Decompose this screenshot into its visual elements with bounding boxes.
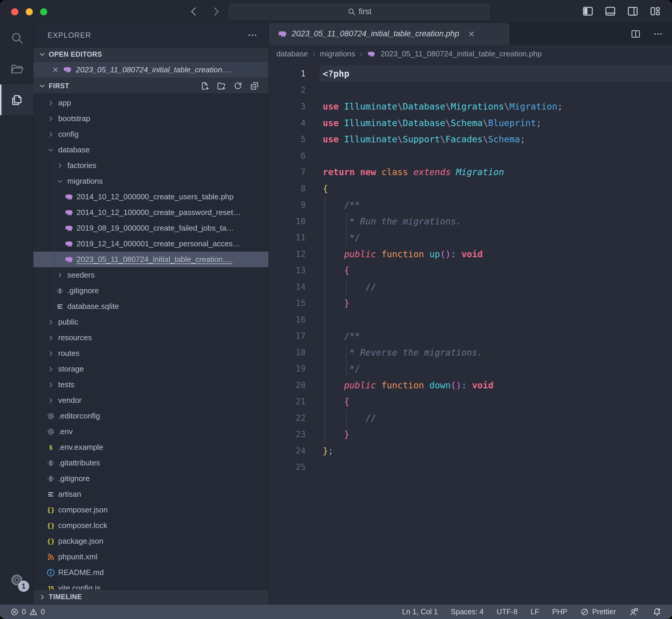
line-number[interactable]: 14 xyxy=(269,279,306,295)
line-number[interactable]: 2 xyxy=(269,82,306,98)
eol-sequence[interactable]: LF xyxy=(531,608,539,616)
activity-folders[interactable] xyxy=(0,54,33,84)
code-line-7[interactable]: return new class extends Migration xyxy=(323,164,563,181)
code-line-15[interactable]: } xyxy=(323,295,563,312)
line-number[interactable]: 11 xyxy=(269,229,306,246)
code-line-10[interactable]: * Run the migrations. xyxy=(323,213,563,230)
line-number[interactable]: 3 xyxy=(269,98,306,115)
tree-file-artisan[interactable]: artisan xyxy=(33,486,269,502)
open-editors-header[interactable]: OPEN EDITORS xyxy=(33,47,269,61)
tree-file-2014-10-12-100000-create-password-reset-[interactable]: 2014_10_12_100000_create_password_reset… xyxy=(33,205,269,220)
tree-file-package.json[interactable]: {}package.json xyxy=(33,533,269,549)
command-center-search[interactable]: first xyxy=(229,4,490,19)
back-arrow-icon[interactable] xyxy=(188,5,200,18)
minimize-window-button[interactable] xyxy=(26,8,33,15)
activity-settings[interactable]: 1 xyxy=(0,565,33,595)
tree-file-.gitignore[interactable]: .gitignore xyxy=(33,283,269,298)
breadcrumb-migrations[interactable]: migrations xyxy=(320,49,355,59)
tree-file-.env.example[interactable]: $.env.example xyxy=(33,439,269,455)
tree-folder-vendor[interactable]: vendor xyxy=(33,393,269,408)
open-editor-item[interactable]: 2023_05_11_080724_initial_table_creation… xyxy=(33,61,269,78)
breadcrumb-file[interactable]: 2023_05_11_080724_initial_table_creation… xyxy=(381,49,542,59)
tree-file-vite.config.js[interactable]: JSvite.config.js xyxy=(33,580,269,590)
tree-folder-migrations[interactable]: migrations xyxy=(33,174,269,189)
tree-file-.gitattributes[interactable]: .gitattributes xyxy=(33,455,269,471)
tree-folder-tests[interactable]: tests xyxy=(33,377,269,393)
code-editor[interactable]: 1234567891011121314151617181920212223242… xyxy=(269,63,672,604)
feedback-icon[interactable] xyxy=(629,607,639,617)
tree-file-.editorconfig[interactable]: .editorconfig xyxy=(33,408,269,424)
line-number[interactable]: 18 xyxy=(269,344,306,361)
problems-warnings[interactable]: 0 xyxy=(29,608,45,616)
tree-file-2019-12-14-000001-create-personal-acces-[interactable]: 2019_12_14_000001_create_personal_acces… xyxy=(33,236,269,252)
zoom-window-button[interactable] xyxy=(40,8,47,15)
code-content[interactable]: <?phpuse Illuminate\Database\Migrations\… xyxy=(323,66,563,476)
tree-folder-routes[interactable]: routes xyxy=(33,346,269,361)
code-line-9[interactable]: /** xyxy=(323,197,563,213)
indentation[interactable]: Spaces: 4 xyxy=(451,608,483,616)
tree-folder-seeders[interactable]: seeders xyxy=(33,267,269,283)
code-line-14[interactable]: // xyxy=(323,279,563,295)
code-line-4[interactable]: use Illuminate\Database\Schema\Blueprint… xyxy=(323,115,563,131)
line-number[interactable]: 10 xyxy=(269,213,306,230)
toggle-secondary-sidebar-icon[interactable] xyxy=(626,5,639,17)
line-number[interactable]: 25 xyxy=(269,459,306,476)
line-number[interactable]: 24 xyxy=(269,443,306,459)
language-mode[interactable]: PHP xyxy=(552,608,567,616)
close-icon[interactable] xyxy=(52,66,59,74)
line-number[interactable]: 13 xyxy=(269,262,306,279)
code-line-24[interactable]: }; xyxy=(323,443,563,459)
tab-initial-table-creation[interactable]: 2023_05_11_080724_initial_table_creation… xyxy=(269,23,509,45)
encoding[interactable]: UTF-8 xyxy=(497,608,518,616)
activity-search[interactable] xyxy=(0,23,33,54)
cursor-position[interactable]: Ln 1, Col 1 xyxy=(402,608,438,616)
code-line-2[interactable] xyxy=(323,82,563,98)
line-number[interactable]: 22 xyxy=(269,410,306,426)
code-line-18[interactable]: * Reverse the migrations. xyxy=(323,344,563,361)
line-number[interactable]: 15 xyxy=(269,295,306,312)
code-line-6[interactable] xyxy=(323,148,563,164)
editor-more-actions-icon[interactable] xyxy=(653,29,663,39)
tree-folder-database[interactable]: database xyxy=(33,142,269,158)
notifications-bell-icon[interactable] xyxy=(652,607,662,617)
code-line-22[interactable]: // xyxy=(323,410,563,426)
line-number[interactable]: 1 xyxy=(269,66,306,82)
problems-errors[interactable]: 0 xyxy=(10,608,26,616)
code-line-17[interactable]: /** xyxy=(323,328,563,344)
code-line-11[interactable]: */ xyxy=(323,229,563,246)
tree-file-phpunit.xml[interactable]: phpunit.xml xyxy=(33,549,269,565)
breadcrumb-database[interactable]: database xyxy=(276,49,308,59)
line-number[interactable]: 17 xyxy=(269,328,306,344)
tree-file-2019-08-19-000000-create-failed-jobs-ta-[interactable]: 2019_08_19_000000_create_failed_jobs_ta… xyxy=(33,220,269,236)
tree-folder-storage[interactable]: storage xyxy=(33,361,269,377)
tree-folder-factories[interactable]: factories xyxy=(33,158,269,174)
close-tab-icon[interactable] xyxy=(467,30,476,38)
split-editor-icon[interactable] xyxy=(630,28,641,40)
code-line-20[interactable]: public function down(): void xyxy=(323,377,563,394)
tree-file-database.sqlite[interactable]: database.sqlite xyxy=(33,298,269,314)
line-number[interactable]: 8 xyxy=(269,181,306,197)
new-file-icon[interactable] xyxy=(200,81,210,91)
line-number[interactable]: 7 xyxy=(269,164,306,181)
code-line-23[interactable]: } xyxy=(323,426,563,443)
tree-folder-bootstrap[interactable]: bootstrap xyxy=(33,111,269,126)
code-line-16[interactable] xyxy=(323,312,563,328)
tree-file-2023-05-11-080724-initial-table-creation.-[interactable]: 2023_05_11_080724_initial_table_creation… xyxy=(33,252,269,267)
toggle-primary-sidebar-icon[interactable] xyxy=(582,5,594,17)
forward-arrow-icon[interactable] xyxy=(210,5,222,18)
line-numbers[interactable]: 1234567891011121314151617181920212223242… xyxy=(269,66,306,476)
code-line-19[interactable]: */ xyxy=(323,361,563,377)
tree-folder-public[interactable]: public xyxy=(33,314,269,330)
timeline-header[interactable]: TIMELINE xyxy=(33,590,269,604)
tree-folder-config[interactable]: config xyxy=(33,126,269,142)
tree-folder-resources[interactable]: resources xyxy=(33,330,269,346)
tree-folder-app[interactable]: app xyxy=(33,95,269,111)
customize-layout-icon[interactable] xyxy=(649,5,661,17)
line-number[interactable]: 20 xyxy=(269,377,306,394)
tree-file-readme.md[interactable]: README.md xyxy=(33,565,269,580)
code-line-25[interactable] xyxy=(323,459,563,476)
tree-file-composer.lock[interactable]: {}composer.lock xyxy=(33,518,269,533)
code-line-1[interactable]: <?php xyxy=(323,66,563,82)
code-line-13[interactable]: { xyxy=(323,262,563,279)
formatter-status[interactable]: Prettier xyxy=(580,608,616,616)
